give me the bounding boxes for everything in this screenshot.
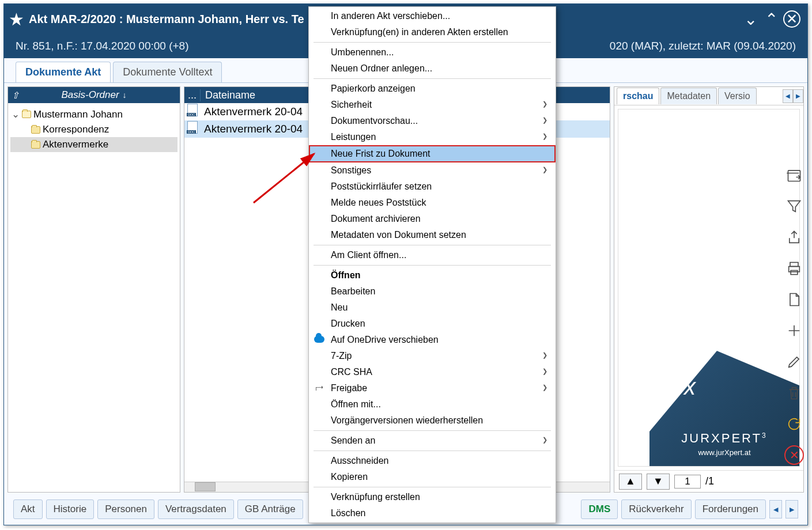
- tab-dokumente-akt[interactable]: Dokumente Akt: [16, 62, 111, 82]
- preview-panel: rschau Metadaten Versio ◀ ▶ x JURXPERT3 …: [614, 86, 804, 493]
- ctx-doc-preview[interactable]: Dokumentvorschau...: [309, 113, 556, 129]
- ctx-cut[interactable]: Ausschneiden: [309, 453, 556, 469]
- ctx-melde-poststuck[interactable]: Melde neues Poststück: [309, 195, 556, 211]
- logo-brand: JURXPERT: [681, 431, 762, 445]
- btab-forderungen[interactable]: Forderungen: [695, 499, 766, 519]
- ctx-rename[interactable]: Umbenennen...: [309, 44, 556, 60]
- ctx-create-links[interactable]: Verknüpfung(en) in anderen Akten erstell…: [309, 24, 556, 40]
- folder-icon: [31, 126, 40, 134]
- ctx-open[interactable]: Öffnen: [309, 267, 556, 283]
- collapse-icon[interactable]: ⌄: [12, 108, 20, 120]
- folder-tree-panel: ⇧ Basis-Ordner ↓ ⌄ Mustermann Johann Kor…: [7, 86, 180, 493]
- pager-prev-button[interactable]: ▲: [619, 474, 642, 490]
- ctx-7zip[interactable]: 7-Zip: [309, 348, 556, 364]
- ctx-poststuck-irrlauf[interactable]: Poststückirrläufer setzen: [309, 179, 556, 195]
- separator: [314, 78, 551, 79]
- scrollbar-thumb[interactable]: [195, 482, 216, 491]
- btab-vertragsdaten[interactable]: Vertragsdaten: [158, 499, 234, 519]
- tree-item-label: Korrespondenz: [43, 124, 109, 135]
- preview-pager: ▲ ▼ /1: [614, 470, 803, 492]
- separator: [314, 450, 551, 451]
- ctx-new-folder[interactable]: Neuen Ordner anlegen...: [309, 60, 556, 77]
- nav-up-icon[interactable]: ⇧: [12, 90, 19, 101]
- tabs-scroll-right-button[interactable]: ▶: [793, 89, 803, 103]
- ctx-freigabe[interactable]: ⮣Freigabe: [309, 380, 556, 396]
- column-head-dateiname[interactable]: Dateiname: [201, 89, 255, 101]
- share-icon[interactable]: [784, 228, 804, 247]
- trash-icon[interactable]: [784, 383, 804, 403]
- dropdown-arrow-icon[interactable]: ↓: [123, 90, 127, 100]
- favorite-star-icon[interactable]: ★: [9, 9, 24, 29]
- folder-icon: [31, 141, 40, 149]
- separator: [314, 245, 551, 245]
- column-head-icon[interactable]: ...: [184, 89, 201, 101]
- print-icon[interactable]: [784, 259, 804, 278]
- logo-jurxpert: x JURXPERT3 www.jurXpert.at: [649, 351, 799, 466]
- chevron-down-icon[interactable]: ⌄: [742, 10, 759, 28]
- tree-root-item[interactable]: ⌄ Mustermann Johann: [10, 107, 177, 122]
- ctx-crc-sha[interactable]: CRC SHA: [309, 364, 556, 380]
- pager-next-button[interactable]: ▼: [647, 474, 670, 490]
- svg-rect-1: [790, 263, 798, 267]
- basis-ordner-label: Basis-Ordner: [61, 89, 119, 101]
- tab-versionen[interactable]: Versio: [718, 88, 756, 104]
- ctx-open-with[interactable]: Öffnen mit...: [309, 396, 556, 412]
- folder-path-header[interactable]: ⇧ Basis-Ordner ↓: [8, 87, 180, 103]
- tabs-scroll-left-button[interactable]: ◀: [783, 89, 793, 103]
- logo-url: www.jurXpert.at: [698, 448, 750, 457]
- ctx-recycle-bin[interactable]: Papierkorb anzeigen: [309, 81, 556, 97]
- ctx-create-shortcut[interactable]: Verknüpfung erstellen: [309, 489, 556, 505]
- ctx-new[interactable]: Neu: [309, 300, 556, 316]
- ctx-set-metadata[interactable]: Metadaten von Dokument setzen: [309, 227, 556, 243]
- edit-icon[interactable]: [784, 352, 804, 372]
- ctx-print[interactable]: Drucken: [309, 316, 556, 332]
- btabs-scroll-left[interactable]: ◀: [769, 500, 782, 518]
- btab-dms[interactable]: DMS: [581, 499, 618, 519]
- ctx-move-to-other-case[interactable]: In anderen Akt verschieben...: [309, 8, 556, 24]
- chevron-up-icon[interactable]: ⌃: [762, 10, 780, 28]
- tree-item-label: Aktenvermerke: [43, 139, 108, 150]
- btab-personen[interactable]: Personen: [97, 499, 154, 519]
- preview-tabs: rschau Metadaten Versio ◀ ▶: [614, 87, 803, 105]
- filter-icon[interactable]: [784, 196, 804, 216]
- share-icon: ⮣: [314, 382, 325, 393]
- ctx-sonstiges[interactable]: Sonstiges: [309, 162, 556, 179]
- tab-dokumente-volltext[interactable]: Dokumente Volltext: [113, 62, 222, 82]
- ctx-neue-frist[interactable]: Neue Frist zu Dokument: [309, 145, 556, 162]
- folder-tree: ⌄ Mustermann Johann Korrespondenz Aktenv…: [8, 103, 180, 156]
- tab-metadaten[interactable]: Metadaten: [660, 88, 717, 104]
- file-name-cell: Aktenvermerk 20-04: [201, 123, 303, 135]
- close-window-button[interactable]: ✕: [783, 10, 800, 28]
- btab-akt[interactable]: Akt: [13, 499, 43, 519]
- app-window: ★ Akt MAR-2/2020 : Mustermann Johann, He…: [3, 3, 808, 525]
- cancel-button[interactable]: ✕: [784, 445, 804, 465]
- ctx-send-to[interactable]: Senden an: [309, 433, 556, 449]
- ctx-move-to-onedrive[interactable]: Auf OneDrive verschieben: [309, 332, 556, 348]
- folder-icon: [22, 111, 31, 118]
- add-icon[interactable]: [784, 321, 804, 340]
- refresh-icon[interactable]: [784, 414, 804, 434]
- ctx-leistungen[interactable]: Leistungen: [309, 129, 556, 145]
- tree-root-label: Mustermann Johann: [33, 109, 123, 120]
- tab-vorschau[interactable]: rschau: [617, 88, 659, 104]
- btab-historie[interactable]: Historie: [46, 499, 95, 519]
- tree-item-korrespondenz[interactable]: Korrespondenz: [10, 122, 177, 137]
- pager-page-input[interactable]: [674, 475, 701, 489]
- separator: [314, 487, 551, 487]
- ctx-edit[interactable]: Bearbeiten: [309, 283, 556, 300]
- btabs-scroll-right[interactable]: ▶: [785, 500, 798, 518]
- new-doc-icon[interactable]: [784, 290, 804, 309]
- ctx-open-on-client[interactable]: Am Client öffnen...: [309, 247, 556, 263]
- calendar-export-icon[interactable]: [784, 165, 804, 185]
- ctx-security[interactable]: Sicherheit: [309, 97, 556, 113]
- btab-ruckverkehr[interactable]: Rückverkehr: [621, 499, 691, 519]
- ctx-archive-document[interactable]: Dokument archivieren: [309, 211, 556, 227]
- ctx-onedrive-label: Auf OneDrive verschieben: [331, 335, 439, 344]
- btab-gb-antraege[interactable]: GB Anträge: [237, 499, 303, 519]
- ctx-delete[interactable]: Löschen: [309, 505, 556, 521]
- document-preview: x JURXPERT3 www.jurXpert.at: [618, 109, 800, 467]
- separator: [314, 265, 551, 266]
- ctx-copy[interactable]: Kopieren: [309, 469, 556, 485]
- ctx-restore-versions[interactable]: Vorgängerversionen wiederherstellen: [309, 412, 556, 429]
- tree-item-aktenvermerke[interactable]: Aktenvermerke: [10, 137, 177, 152]
